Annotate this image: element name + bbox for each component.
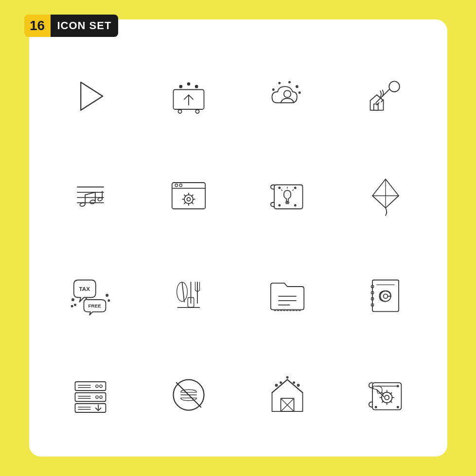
icon-barn [241,347,335,442]
svg-point-127 [375,406,377,408]
icon-kitchen-tools [142,248,236,342]
svg-point-112 [286,376,288,378]
svg-line-103 [176,382,201,407]
svg-line-16 [376,100,379,102]
icon-house-key [339,49,433,143]
svg-point-98 [100,395,102,398]
svg-point-2 [179,85,182,87]
svg-point-63 [106,294,108,296]
svg-point-128 [397,406,399,408]
svg-line-43 [192,202,194,204]
svg-point-110 [275,384,278,386]
svg-point-12 [288,81,290,83]
svg-text:FREE: FREE [88,303,101,308]
svg-line-122 [390,401,392,402]
svg-line-54 [281,189,282,190]
svg-point-64 [108,300,110,302]
svg-point-129 [397,385,399,387]
svg-line-106 [287,379,303,392]
svg-point-34 [175,184,177,186]
svg-marker-0 [81,82,103,110]
icon-grid: TAX FREE [44,34,433,442]
svg-point-7 [196,109,199,113]
svg-point-6 [178,109,182,113]
svg-line-44 [192,195,194,196]
svg-line-65 [182,282,185,302]
svg-point-8 [284,90,291,97]
icon-web-settings [142,148,236,243]
svg-point-48 [279,187,281,189]
svg-line-123 [390,392,392,394]
svg-text:TAX: TAX [79,286,90,292]
svg-point-14 [389,81,400,92]
svg-point-62 [71,305,73,307]
svg-point-95 [96,385,98,387]
icon-no-food [142,347,236,442]
svg-point-60 [72,298,74,301]
icon-shopping-upload [142,49,236,143]
icon-server-download [44,347,138,442]
svg-point-97 [96,395,98,398]
svg-line-105 [272,379,287,392]
svg-point-111 [280,382,282,384]
svg-point-37 [187,197,191,201]
svg-point-49 [294,187,296,189]
svg-line-124 [382,401,384,402]
svg-line-121 [382,392,384,394]
icon-idea-blueprint [241,148,335,243]
badge-text: ICON SET [51,15,119,37]
svg-rect-86 [75,382,106,391]
svg-point-3 [188,83,190,85]
svg-line-42 [184,195,186,196]
main-card: 16 ICON SET [29,19,447,457]
svg-point-11 [296,85,298,87]
svg-point-4 [195,85,198,87]
svg-rect-20 [374,104,378,110]
icon-cloud-person [241,49,335,143]
svg-line-53 [293,189,294,190]
svg-point-13 [279,82,281,84]
badge: 16 ICON SET [24,15,119,37]
icon-settings-blueprint [339,347,433,442]
svg-point-114 [297,384,300,386]
svg-point-116 [385,395,389,399]
svg-point-84 [384,294,388,298]
svg-point-50 [279,204,281,206]
icon-folder-document [241,248,335,342]
icon-kite [339,148,433,243]
icon-tax-free: TAX FREE [44,248,138,342]
icon-address-book [339,248,433,342]
svg-point-96 [100,385,102,387]
svg-point-35 [179,184,182,186]
icon-music-notes [44,148,138,243]
svg-point-9 [272,88,274,90]
svg-point-27 [89,199,95,204]
svg-point-113 [293,382,295,384]
svg-line-45 [184,202,186,204]
svg-point-51 [294,204,296,206]
icon-play [44,49,138,143]
badge-number: 16 [24,15,51,37]
svg-rect-87 [75,392,106,401]
svg-point-61 [74,304,76,306]
svg-point-10 [299,92,300,94]
